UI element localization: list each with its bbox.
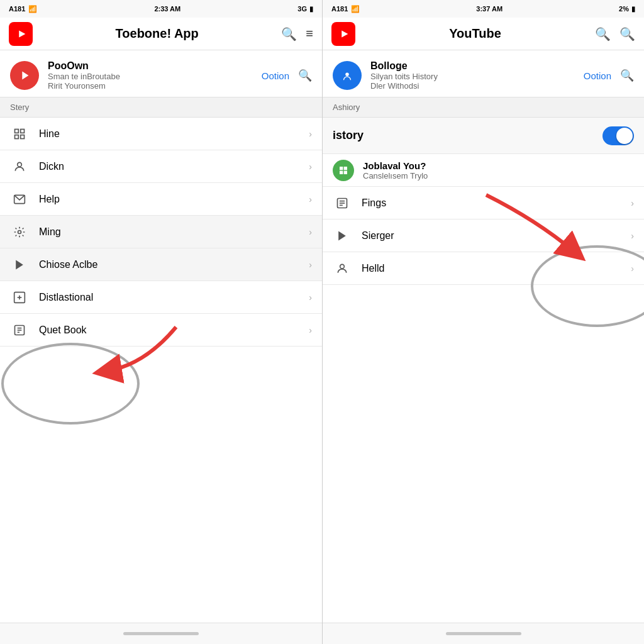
left-status-bar: A181 📶 2:33 AM 3G ▮ <box>0 0 322 18</box>
left-ming-chevron: › <box>309 227 312 237</box>
svg-marker-0 <box>19 30 25 37</box>
left-distlastional-chevron: › <box>309 292 312 303</box>
svg-point-19 <box>345 72 349 76</box>
right-bottom-bar <box>323 623 644 644</box>
left-profile-sub1: Sman te inBroutabe <box>48 72 253 81</box>
left-search-icon[interactable]: 🔍 <box>281 26 297 42</box>
left-time: 2:33 AM <box>154 5 180 13</box>
right-search-icon-2[interactable]: 🔍 <box>619 26 635 42</box>
right-time: 3:37 AM <box>476 5 502 13</box>
right-fings-label: Fings <box>362 197 631 209</box>
right-menu-item-sierger[interactable]: Sierger › <box>323 219 644 252</box>
left-ming-icon <box>10 226 29 238</box>
left-wifi-icon: 📶 <box>28 5 37 13</box>
left-dickn-label: Dickn <box>39 161 309 172</box>
right-profile-name: Bolloge <box>370 60 575 72</box>
svg-rect-22 <box>340 170 343 174</box>
left-bottom-bar <box>0 623 322 644</box>
svg-marker-18 <box>341 30 348 37</box>
right-joblaval-sub: Canslelısem Trylo <box>363 171 634 180</box>
left-avatar <box>10 61 39 90</box>
left-menu-item-ming[interactable]: Ming › <box>0 216 322 248</box>
left-hine-label: Hine <box>39 128 309 140</box>
left-phone-panel: A181 📶 2:33 AM 3G ▮ Toebone! App 🔍 ≡ Poo… <box>0 0 322 644</box>
left-menu-icon[interactable]: ≡ <box>306 26 313 41</box>
right-toggle-knob <box>616 128 633 144</box>
left-profile-name: PooOwn <box>48 60 253 72</box>
right-menu-list: Joblaval You? Canslelısem Trylo Fings › … <box>323 154 644 623</box>
left-distlastional-icon <box>10 291 29 304</box>
left-profile-text: PooOwn Sman te inBroutabe Ririt Youronse… <box>48 60 253 91</box>
left-yt-logo[interactable] <box>9 22 33 46</box>
left-profile-section: PooOwn Sman te inBroutabe Ririt Youronse… <box>0 50 322 97</box>
left-dickn-icon <box>10 160 29 173</box>
left-menu-list: Hine › Dickn › Help › Ming › <box>0 118 322 623</box>
left-chiose-icon <box>10 258 29 271</box>
right-joblaval-text: Joblaval You? Canslelısem Trylo <box>363 160 634 180</box>
right-avatar <box>333 61 362 90</box>
right-menu-item-helld[interactable]: Helld › <box>323 252 644 285</box>
left-menu-item-chiose[interactable]: Chiose Aclbe › <box>0 248 322 281</box>
left-help-icon <box>10 193 29 206</box>
right-nav-bar: YouTube 🔍 🔍 <box>323 18 644 50</box>
right-toggle-label: istory <box>333 129 602 142</box>
svg-rect-20 <box>340 167 343 170</box>
left-help-chevron: › <box>309 194 312 204</box>
left-chiose-chevron: › <box>309 260 312 270</box>
right-helld-icon <box>333 262 352 275</box>
right-menu-item-joblaval[interactable]: Joblaval You? Canslelısem Trylo <box>323 154 644 187</box>
svg-point-6 <box>18 162 22 167</box>
left-profile-search-icon[interactable]: 🔍 <box>298 69 312 82</box>
left-menu-item-quet[interactable]: Quet Book › <box>0 314 322 347</box>
left-menu-item-help[interactable]: Help › <box>0 183 322 216</box>
left-network: 3G <box>297 5 307 13</box>
right-profile-text: Bolloge Silyan toits History Dler Withod… <box>370 60 575 91</box>
left-menu-item-dickn[interactable]: Dickn › <box>0 150 322 183</box>
svg-rect-21 <box>344 167 347 170</box>
right-joblaval-name: Joblaval You? <box>363 160 634 171</box>
svg-marker-28 <box>338 231 346 240</box>
left-quet-chevron: › <box>309 325 312 335</box>
left-quet-icon <box>10 324 29 336</box>
right-sierger-icon <box>333 230 352 242</box>
left-nav-title: Toebone! App <box>39 26 275 41</box>
svg-rect-23 <box>344 170 347 174</box>
right-profile-search-icon[interactable]: 🔍 <box>620 69 634 82</box>
svg-marker-9 <box>16 260 23 269</box>
left-menu-item-distlastional[interactable]: Distlastional › <box>0 281 322 314</box>
right-status-bar: A181 📶 3:37 AM 2% ▮ <box>323 0 644 18</box>
right-wifi-icon: 📶 <box>351 5 360 13</box>
right-helld-chevron: › <box>631 264 634 274</box>
right-section-label: Ashiory <box>323 97 644 118</box>
right-profile-sub1: Silyan toits History <box>370 72 575 81</box>
right-sierger-chevron: › <box>631 231 634 241</box>
right-search-icon-1[interactable]: 🔍 <box>595 26 611 42</box>
left-chiose-label: Chiose Aclbe <box>39 259 309 270</box>
left-menu-item-hine[interactable]: Hine › <box>0 118 322 150</box>
left-nav-bar: Toebone! App 🔍 ≡ <box>0 18 322 50</box>
left-ming-label: Ming <box>39 226 309 238</box>
left-quet-label: Quet Book <box>39 325 309 336</box>
right-fings-chevron: › <box>631 198 634 208</box>
right-joblaval-avatar <box>333 160 354 181</box>
left-option-button[interactable]: Ootion <box>262 70 289 81</box>
right-battery-icon: ▮ <box>631 5 635 13</box>
right-yt-logo[interactable] <box>331 22 355 46</box>
left-distlastional-label: Distlastional <box>39 292 309 303</box>
right-menu-item-fings[interactable]: Fings › <box>323 187 644 219</box>
svg-rect-3 <box>21 129 25 133</box>
right-fings-icon <box>333 197 352 209</box>
right-option-button[interactable]: Ootion <box>584 70 611 81</box>
left-profile-sub2: Ririt Youronsem <box>48 81 253 91</box>
right-carrier: A181 <box>331 5 348 13</box>
right-phone-panel: A181 📶 3:37 AM 2% ▮ YouTube 🔍 🔍 Bolloge … <box>322 0 644 644</box>
svg-rect-2 <box>15 129 19 133</box>
left-home-indicator <box>123 632 199 635</box>
left-dickn-chevron: › <box>309 162 312 172</box>
svg-point-29 <box>340 264 345 269</box>
left-battery-icon: ▮ <box>309 5 313 13</box>
right-toggle-switch[interactable] <box>602 126 634 145</box>
svg-rect-5 <box>15 135 19 138</box>
right-profile-section: Bolloge Silyan toits History Dler Withod… <box>323 50 644 97</box>
right-network: 2% <box>619 5 629 13</box>
